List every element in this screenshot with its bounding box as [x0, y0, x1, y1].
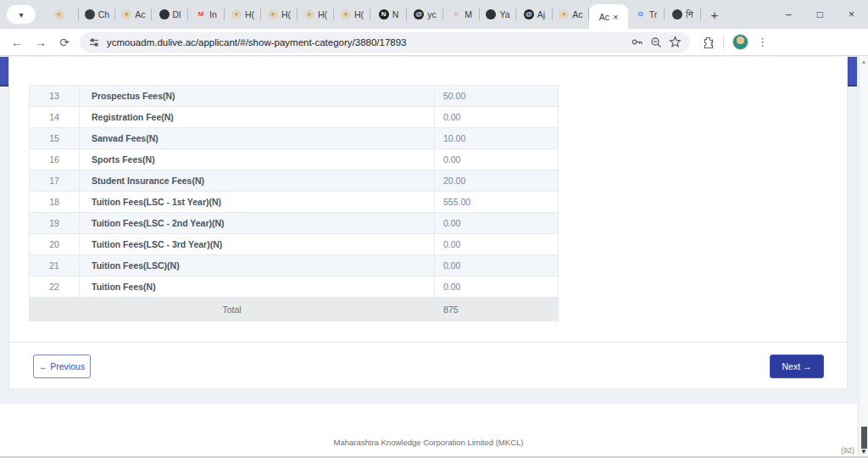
generic-site-favicon: ●	[54, 9, 64, 20]
site-settings-icon[interactable]	[88, 36, 100, 48]
fee-name: Tuition Fees(LSC - 1st Year)(N)	[80, 192, 435, 213]
browser-tab[interactable]: Dl	[152, 0, 188, 29]
browser-tab[interactable]: ● Ac	[115, 0, 152, 29]
extensions-puzzle-icon[interactable]	[702, 36, 715, 48]
browser-tab[interactable]: N N	[370, 0, 407, 29]
scrollbar-thumb[interactable]	[861, 427, 867, 449]
browser-tab[interactable]: ∩ M	[443, 0, 480, 29]
address-bar[interactable]: ycmouadm.dulive.ac/applicant/#/show-paym…	[80, 32, 690, 53]
maximize-button[interactable]: □	[817, 8, 823, 20]
browser-tab[interactable]: ● Ac	[553, 0, 589, 29]
browser-tab[interactable]: Ac ×	[589, 4, 628, 29]
previous-button[interactable]: ← Previous	[33, 355, 91, 378]
fee-amount: 555.00	[435, 192, 559, 213]
fees-table-footer: Total 875	[30, 298, 559, 321]
browser-tab[interactable]: Ch	[79, 0, 115, 29]
total-row: Total 875	[30, 298, 559, 321]
row-number: 16	[30, 149, 80, 170]
footer-text: Maharashtra Knowledge Corporation Limite…	[0, 438, 857, 447]
fee-name: Registration Fee(N)	[80, 107, 435, 128]
globe-favicon	[486, 9, 496, 20]
url-text[interactable]: ycmouadm.dulive.ac/applicant/#/show-paym…	[107, 37, 624, 47]
fee-name: Sanvad Fees(N)	[80, 128, 435, 149]
fee-name: Prospectus Fees(N)	[80, 86, 435, 107]
table-row: 13 Prospectus Fees(N) 50.00	[30, 86, 559, 107]
browser-tab[interactable]: G Tr	[628, 0, 665, 29]
table-row: 14 Registration Fee(N) 0.00	[30, 107, 559, 128]
fee-amount: 0.00	[435, 255, 559, 276]
google-g-favicon: G	[636, 9, 646, 20]
tab-label: Ac	[599, 12, 609, 22]
next-button[interactable]: Next →	[770, 355, 824, 378]
zoom-badge: (92)	[841, 446, 854, 455]
fee-amount: 0.00	[435, 213, 559, 234]
tab-label: Dl	[173, 9, 181, 20]
row-number: 20	[30, 234, 80, 255]
tab-label: Ac	[135, 9, 145, 20]
forward-button[interactable]: →	[32, 36, 49, 49]
new-tab-button[interactable]: +	[704, 4, 725, 25]
generic-site-favicon: ●	[559, 9, 569, 20]
table-row: 18 Tuition Fees(LSC - 1st Year)(N) 555.0…	[30, 192, 559, 213]
fees-table-body: 13 Prospectus Fees(N) 50.00 14 Registrat…	[30, 86, 559, 298]
fee-amount: 20.00	[435, 170, 559, 192]
at-circle-favicon: @	[414, 9, 424, 20]
tab-label: Ya	[499, 9, 509, 20]
bookmark-star-icon[interactable]	[669, 36, 682, 48]
chevron-down-icon: ▾	[19, 10, 23, 20]
browser-tab[interactable]: नि	[665, 0, 701, 29]
row-number: 14	[30, 107, 80, 128]
browser-tab[interactable]: @ yc	[407, 0, 443, 29]
back-button[interactable]: ←	[8, 36, 25, 49]
table-row: 20 Tuition Fees(LSC - 3rd Year)(N) 0.00	[30, 234, 559, 255]
browser-toolbar: ← → ⟳ ycmouadm.dulive.ac/applicant/#/sho…	[0, 29, 868, 56]
browser-tab[interactable]: ● H(	[298, 0, 334, 29]
payment-category-card: 13 Prospectus Fees(N) 50.00 14 Registrat…	[8, 57, 848, 389]
tab-search-button[interactable]: ▾	[7, 5, 36, 24]
fees-table: 13 Prospectus Fees(N) 50.00 14 Registrat…	[29, 85, 559, 321]
browser-window: ▾ ● Ch ● Ac Dl	[0, 0, 868, 458]
profile-avatar[interactable]	[732, 34, 748, 50]
dark-emblem-favicon	[672, 9, 682, 20]
dark-emblem-favicon	[85, 9, 95, 20]
row-number: 22	[30, 276, 80, 298]
tab-label: Ac	[572, 9, 582, 20]
fee-amount: 0.00	[435, 234, 559, 255]
browser-tab[interactable]: ●	[42, 0, 79, 29]
fee-name: Tuition Fees(LSC - 3rd Year)(N)	[80, 234, 435, 255]
browser-tab[interactable]: @ Aj	[516, 0, 553, 29]
toolbar-right: ⋮	[702, 34, 768, 50]
browser-tab[interactable]: ● H(	[225, 0, 261, 29]
page-footer: Maharashtra Knowledge Corporation Limite…	[0, 404, 857, 457]
scroll-up-icon[interactable]: ▲	[860, 59, 868, 64]
scroll-down-icon[interactable]: ▼	[860, 448, 868, 455]
password-key-icon[interactable]	[631, 36, 643, 48]
browser-tab[interactable]: ● H(	[261, 0, 298, 29]
minimize-button[interactable]: –	[786, 8, 792, 20]
tab-label: Aj	[537, 9, 545, 20]
generic-site-favicon: ●	[341, 9, 351, 20]
close-window-button[interactable]: ×	[849, 8, 854, 20]
row-number: 19	[30, 213, 80, 234]
toolbar-divider	[723, 36, 724, 49]
row-number: 15	[30, 128, 80, 149]
tab-label: H(	[354, 9, 364, 20]
browser-tab[interactable]: M In	[188, 0, 225, 29]
row-number: 18	[30, 192, 80, 213]
tab-label: H(	[318, 9, 327, 20]
fee-amount: 0.00	[435, 107, 559, 128]
total-value: 875	[435, 298, 559, 321]
zoom-out-icon[interactable]	[650, 36, 662, 48]
reload-button[interactable]: ⟳	[56, 36, 73, 49]
tab-label: Ch	[98, 9, 109, 20]
browser-tab[interactable]: ● H(	[334, 0, 370, 29]
page-scrollbar[interactable]: ▲ ▼	[859, 56, 868, 457]
tab-label: Tr	[649, 9, 658, 20]
browser-menu-icon[interactable]: ⋮	[757, 36, 768, 48]
fee-name: Tuition Fees(LSC)(N)	[80, 255, 435, 276]
close-tab-icon[interactable]: ×	[613, 13, 618, 21]
browser-tab[interactable]: Ya	[480, 0, 516, 29]
gmail-favicon: M	[196, 9, 206, 20]
total-label: Total	[30, 298, 435, 321]
generic-site-favicon: ●	[304, 9, 314, 20]
